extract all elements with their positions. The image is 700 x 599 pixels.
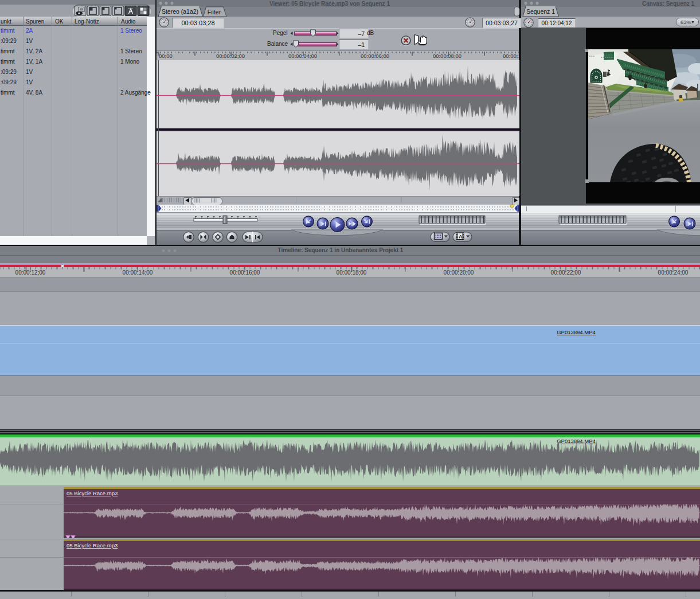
svg-text:A: A — [459, 234, 463, 240]
